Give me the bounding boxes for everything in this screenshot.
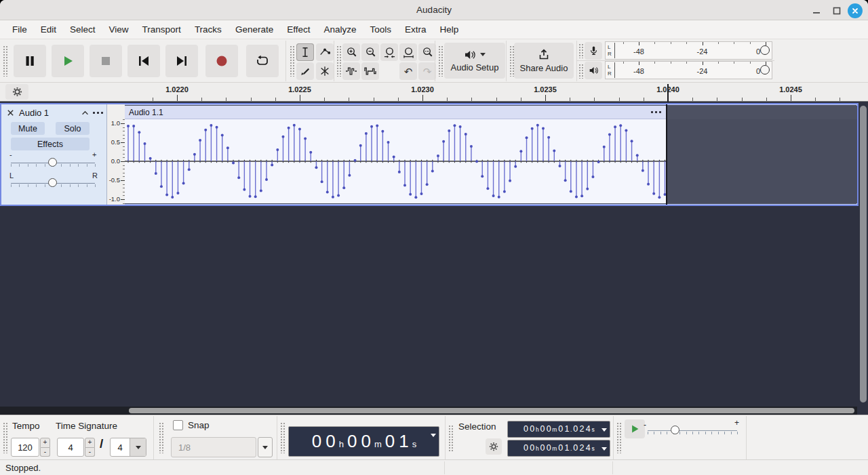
envelope-tool-button[interactable] <box>316 43 334 61</box>
solo-button[interactable]: Solo <box>56 122 90 135</box>
undo-button[interactable]: ↶ <box>399 62 417 80</box>
recording-meter[interactable]: L R -48-240 <box>605 41 772 60</box>
recording-meter-grip[interactable] <box>578 43 583 58</box>
menu-tools[interactable]: Tools <box>363 22 398 37</box>
menu-file[interactable]: File <box>5 22 34 37</box>
time-toolbar-grip[interactable] <box>3 422 7 453</box>
silence-audio-button[interactable] <box>361 62 379 80</box>
play-at-speed-grip[interactable] <box>616 422 621 453</box>
audio-setup-toolbar-grip[interactable] <box>438 45 443 77</box>
tools-toolbar-grip[interactable] <box>290 45 294 77</box>
vertical-scrollbar-thumb[interactable] <box>860 106 867 402</box>
audio-track[interactable]: Audio 1 Mute Solo Effects - + L R <box>0 103 859 206</box>
tempo-input[interactable]: 120 <box>11 438 39 457</box>
window-title: Audacity <box>0 5 868 15</box>
selection-options-button[interactable] <box>486 438 502 455</box>
clip-menu-button[interactable] <box>651 111 661 113</box>
pause-button[interactable] <box>14 45 46 77</box>
play-at-speed-button[interactable] <box>625 419 645 438</box>
vertical-scale-ruler[interactable]: 1.00.50.0-0.5-1.0 <box>107 104 125 205</box>
mute-button[interactable]: Mute <box>11 122 45 135</box>
dropdown-button[interactable] <box>130 438 146 456</box>
skip-to-end-button[interactable] <box>165 45 198 77</box>
snap-checkbox[interactable] <box>173 420 183 430</box>
menu-view[interactable]: View <box>102 22 136 37</box>
timeline-ruler[interactable]: 1.02201.02251.02301.02351.02401.0245 <box>0 83 868 102</box>
playback-speaker-button[interactable] <box>585 62 602 79</box>
menu-extra[interactable]: Extra <box>398 22 433 37</box>
microphone-button[interactable] <box>585 42 602 60</box>
horizontal-scrollbar-thumb[interactable] <box>129 408 854 413</box>
empty-track-area[interactable] <box>667 106 857 203</box>
track-title[interactable]: Audio 1 <box>19 108 49 118</box>
fit-selection-button[interactable] <box>380 43 398 61</box>
stop-button[interactable] <box>90 45 122 77</box>
snap-interval-select[interactable]: 1/8 <box>171 437 256 457</box>
menu-help[interactable]: Help <box>433 22 466 37</box>
time-display-grip[interactable] <box>280 422 285 453</box>
fit-project-button[interactable] <box>399 43 417 61</box>
share-audio-button[interactable]: Share Audio <box>514 43 574 79</box>
zoom-toggle-button[interactable] <box>418 43 436 61</box>
audio-position-display[interactable]: 00h00m01s <box>288 426 439 457</box>
trim-audio-button[interactable] <box>342 62 360 80</box>
menu-edit[interactable]: Edit <box>34 22 63 37</box>
audio-setup-label: Audio Setup <box>451 62 499 73</box>
speaker-icon <box>589 66 599 75</box>
track-menu-button[interactable] <box>93 112 103 114</box>
ruler-label: 1.0225 <box>288 85 311 94</box>
menu-effect[interactable]: Effect <box>280 22 317 37</box>
selection-start-field[interactable]: 00h00m01.024s <box>507 421 610 438</box>
effects-button[interactable]: Effects <box>11 138 90 150</box>
record-button[interactable] <box>205 45 238 77</box>
gain-minus-label: - <box>9 151 12 159</box>
selection-toolbar-grip[interactable] <box>448 425 453 452</box>
play-speed-slider[interactable] <box>648 430 737 431</box>
menu-select[interactable]: Select <box>63 22 102 37</box>
menu-tracks[interactable]: Tracks <box>188 22 229 37</box>
playback-meter[interactable]: L R -48-240 <box>605 61 772 79</box>
play-button[interactable] <box>52 45 84 77</box>
draw-tool-button[interactable] <box>296 62 314 80</box>
selection-tool-button[interactable] <box>296 43 314 61</box>
close-button[interactable] <box>848 3 863 18</box>
selection-end-field[interactable]: 00h00m01.024s <box>507 440 610 457</box>
snap-dropdown-button[interactable] <box>258 437 273 457</box>
horizontal-scrollbar[interactable] <box>0 407 857 415</box>
menu-transport[interactable]: Transport <box>136 22 188 37</box>
tempo-decrement-button[interactable]: - <box>40 448 50 457</box>
clip-header[interactable]: Audio 1.1 <box>125 106 667 119</box>
minimize-button[interactable] <box>809 3 824 18</box>
transport-toolbar-grip[interactable] <box>3 45 7 77</box>
meter-tick <box>686 62 687 64</box>
multi-tool-button[interactable] <box>316 62 334 80</box>
share-toolbar-grip[interactable] <box>509 45 514 77</box>
track-workspace: Audio 1 Mute Solo Effects - + L R <box>0 102 868 415</box>
audio-clip[interactable]: Audio 1.1 <box>125 106 667 203</box>
skip-to-start-button[interactable] <box>127 45 160 77</box>
meter-tick <box>654 42 655 44</box>
snapping-toolbar-grip[interactable] <box>159 422 163 453</box>
ruler-tick <box>153 98 153 101</box>
waveform-display[interactable] <box>125 119 667 203</box>
loop-button[interactable] <box>246 45 279 77</box>
zoom-in-button[interactable] <box>342 43 360 61</box>
audio-setup-button[interactable]: Audio Setup <box>444 43 505 79</box>
menu-analyze[interactable]: Analyze <box>317 22 363 37</box>
time-signature-increment-button[interactable]: + <box>85 438 95 448</box>
maximize-button[interactable] <box>829 3 844 18</box>
track-close-button[interactable] <box>7 109 14 117</box>
play-speed-slider-thumb[interactable] <box>671 426 679 434</box>
pan-slider-thumb[interactable] <box>48 178 57 187</box>
playback-meter-grip[interactable] <box>578 64 583 79</box>
track-collapse-button[interactable] <box>81 110 89 115</box>
zoom-out-button[interactable] <box>361 43 379 61</box>
redo-button[interactable]: ↷ <box>418 62 436 80</box>
tempo-increment-button[interactable]: + <box>40 438 50 448</box>
time-signature-lower-select[interactable]: 4 <box>110 438 146 457</box>
menu-generate[interactable]: Generate <box>229 22 280 37</box>
time-signature-decrement-button[interactable]: - <box>85 448 95 457</box>
time-signature-upper-input[interactable]: 4 <box>57 438 84 457</box>
gain-slider-thumb[interactable] <box>48 158 57 167</box>
edit-toolbar-grip[interactable] <box>336 45 341 77</box>
